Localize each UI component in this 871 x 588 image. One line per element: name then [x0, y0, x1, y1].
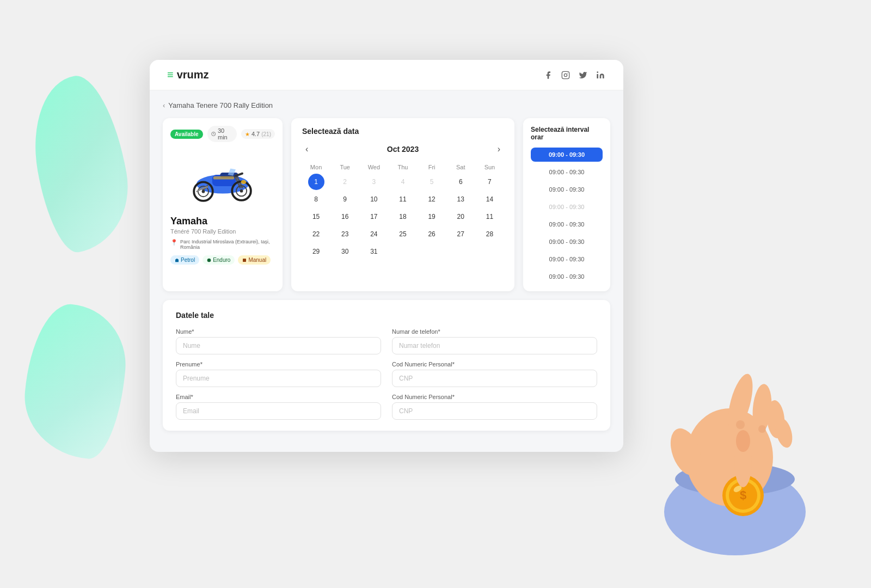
main-grid: Available 30 min ★ 4.7 (21)	[163, 118, 610, 291]
svg-point-19	[241, 180, 247, 185]
calendar-day-28[interactable]: 28	[481, 226, 498, 242]
calendar-day-31[interactable]: 31	[366, 243, 382, 260]
svg-point-39	[736, 430, 750, 452]
calendar-day-11[interactable]: 11	[395, 191, 411, 207]
calendar-day-empty1	[395, 243, 411, 260]
app-content: ‹ Yamaha Tenere 700 Rally Edition Availa…	[150, 90, 623, 452]
bike-card: Available 30 min ★ 4.7 (21)	[163, 118, 283, 291]
input-cnp2[interactable]	[392, 402, 597, 420]
instagram-icon[interactable]	[560, 70, 571, 81]
timeslot-item-5[interactable]: 09:00 - 09:30	[531, 217, 603, 231]
linkedin-icon[interactable]	[595, 70, 606, 81]
calendar-day-17[interactable]: 17	[366, 209, 382, 225]
calendar-day-14[interactable]: 14	[481, 191, 498, 207]
calendar-day-13[interactable]: 13	[452, 191, 469, 207]
calendar-day-19[interactable]: 19	[424, 209, 440, 225]
bike-name: Yamaha	[170, 216, 275, 227]
calendar-day-29[interactable]: 29	[308, 243, 324, 260]
label-phone: Numar de telefon*	[392, 328, 597, 335]
timeslot-item-4: 09:00 - 09:30	[531, 200, 603, 214]
calendar-day-16[interactable]: 16	[337, 209, 353, 225]
input-name[interactable]	[176, 337, 381, 354]
label-cnp1: Cod Numeric Personal*	[392, 361, 597, 367]
timeslot-item-7[interactable]: 09:00 - 09:30	[531, 252, 603, 266]
svg-point-18	[202, 190, 205, 193]
calendar-day-4: 4	[395, 174, 411, 190]
calendar-day-6[interactable]: 6	[452, 174, 469, 190]
calendar-day-24[interactable]: 24	[366, 226, 382, 242]
svg-point-31	[736, 420, 745, 429]
calendar-day-2: 2	[337, 174, 353, 190]
calendar-day-25[interactable]: 25	[395, 226, 411, 242]
label-email: Email*	[176, 394, 381, 400]
calendar-day-26[interactable]: 26	[424, 226, 440, 242]
form-group-cnp2: Cod Numeric Personal*	[392, 394, 597, 420]
bike-subtitle: Ténéré 700 Rally Edition	[170, 228, 275, 235]
calendar-day-12[interactable]: 12	[424, 191, 440, 207]
rating-badge: ★ 4.7 (21)	[241, 129, 275, 139]
calendar-next-button[interactable]: ›	[494, 143, 504, 155]
timeslot-item-1[interactable]: 09:00 - 09:30	[531, 148, 603, 162]
svg-point-21	[207, 258, 211, 262]
app-header: ≡ vrumz	[150, 60, 623, 90]
calendar-day-18[interactable]: 18	[395, 209, 411, 225]
facebook-icon[interactable]	[543, 70, 554, 81]
form-group-firstname: Prenume*	[176, 361, 381, 387]
bike-image-container	[170, 148, 275, 210]
calendar-day-empty4	[481, 243, 498, 260]
form-group-email: Email*	[176, 394, 381, 420]
calendar-day-10[interactable]: 10	[366, 191, 382, 207]
timeslot-list: 09:00 - 09:30 09:00 - 09:30 09:00 - 09:3…	[531, 148, 603, 284]
timeslot-item-2[interactable]: 09:00 - 09:30	[531, 165, 603, 179]
timeslot-item-8[interactable]: 09:00 - 09:30	[531, 270, 603, 284]
timeslot-item-3[interactable]: 09:00 - 09:30	[531, 182, 603, 197]
decorative-blobs	[26, 76, 135, 457]
hand-decoration: $	[631, 294, 838, 555]
bike-tags: Petrol Enduro Manual	[170, 255, 275, 265]
calendar-day-20[interactable]: 20	[452, 209, 469, 225]
calendar-day-15[interactable]: 15	[308, 209, 324, 225]
calendar-day-9[interactable]: 9	[337, 191, 353, 207]
calendar-day-27[interactable]: 27	[452, 226, 469, 242]
calendar-day-21[interactable]: 11	[481, 209, 498, 225]
weekday-tue: Tue	[331, 162, 359, 173]
calendar-prev-button[interactable]: ‹	[302, 143, 311, 155]
star-icon: ★	[245, 131, 250, 137]
calendar-day-7[interactable]: 7	[481, 174, 498, 190]
input-cnp1[interactable]	[392, 370, 597, 387]
svg-text:$: $	[740, 488, 746, 502]
calendar-title: Selectează data	[302, 127, 504, 136]
breadcrumb-arrow[interactable]: ‹	[163, 101, 165, 109]
breadcrumb: ‹ Yamaha Tenere 700 Rally Edition	[163, 101, 610, 109]
input-firstname[interactable]	[176, 370, 381, 387]
logo: ≡ vrumz	[167, 69, 209, 81]
input-phone[interactable]	[392, 337, 597, 354]
calendar-card: Selectează data ‹ Oct 2023 › Mon Tue Wed…	[291, 118, 514, 291]
form-title: Datele tale	[176, 311, 597, 320]
timeslot-title: Selectează interval orar	[531, 126, 603, 141]
logo-icon: ≡	[167, 69, 174, 81]
calendar-day-8[interactable]: 8	[308, 191, 324, 207]
calendar-day-22[interactable]: 22	[308, 226, 324, 242]
calendar-day-23[interactable]: 23	[337, 226, 353, 242]
input-email[interactable]	[176, 402, 381, 420]
blob-top	[22, 70, 138, 257]
weekday-sat: Sat	[447, 162, 475, 173]
label-cnp2: Cod Numeric Personal*	[392, 394, 597, 400]
header-socials	[543, 70, 606, 81]
weekday-thu: Thu	[389, 162, 416, 173]
timeslot-card: Selectează interval orar 09:00 - 09:30 0…	[523, 118, 610, 291]
hand-coin-svg: $	[631, 294, 838, 555]
timeslot-item-6[interactable]: 09:00 - 09:30	[531, 235, 603, 249]
calendar-day-1[interactable]: 1	[308, 174, 324, 190]
twitter-icon[interactable]	[578, 70, 588, 81]
svg-point-1	[564, 74, 567, 76]
calendar-day-30[interactable]: 30	[337, 243, 353, 260]
form-group-cnp1: Cod Numeric Personal*	[392, 361, 597, 387]
form-card: Datele tale Nume* Numar de telefon* Pren…	[163, 300, 610, 431]
bike-location: 📍 Parc Industrial Miroslava (Extraurei),…	[170, 239, 275, 250]
calendar-nav: ‹ Oct 2023 ›	[302, 143, 504, 155]
weekday-sun: Sun	[476, 162, 504, 173]
calendar-day-5: 5	[424, 174, 440, 190]
svg-point-4	[597, 71, 598, 73]
